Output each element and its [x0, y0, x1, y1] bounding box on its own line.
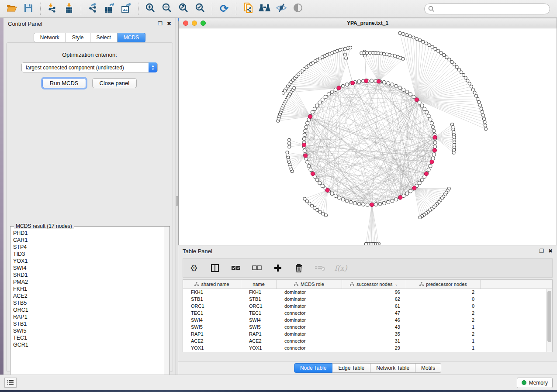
graph-node[interactable]	[318, 101, 322, 104]
graph-node[interactable]	[304, 125, 308, 129]
graph-leaf-node[interactable]	[484, 124, 487, 127]
graph-node[interactable]	[374, 203, 377, 206]
graph-hub-node[interactable]	[412, 186, 416, 190]
splitter-handle[interactable]	[176, 196, 178, 206]
network-graph[interactable]	[179, 28, 557, 245]
graph-leaf-node[interactable]	[405, 34, 408, 37]
refresh-button[interactable]: ⟳	[217, 2, 232, 16]
save-button[interactable]	[21, 2, 36, 16]
graph-node[interactable]	[315, 178, 319, 182]
graph-hub-node[interactable]	[302, 143, 306, 147]
graph-node[interactable]	[398, 86, 401, 89]
graph-node[interactable]	[391, 199, 394, 203]
mcds-result-item[interactable]: TID3	[13, 251, 164, 258]
graph-leaf-node[interactable]	[322, 212, 325, 215]
graph-node[interactable]	[357, 202, 361, 206]
graph-node[interactable]	[378, 202, 382, 206]
graph-hub-node[interactable]	[325, 188, 329, 192]
graph-leaf-node[interactable]	[286, 151, 289, 154]
graph-leaf-node[interactable]	[473, 91, 476, 94]
graph-leaf-node[interactable]	[349, 46, 352, 49]
columns-icon[interactable]	[209, 262, 221, 274]
graph-hub-node[interactable]	[398, 196, 402, 199]
graph-leaf-node[interactable]	[419, 216, 422, 219]
graph-leaf-node[interactable]	[380, 52, 383, 55]
graph-leaf-node[interactable]	[419, 39, 422, 42]
graph-node[interactable]	[425, 110, 429, 114]
memory-button[interactable]: Memory	[517, 378, 553, 388]
graph-leaf-node[interactable]	[364, 242, 367, 245]
graph-leaf-node[interactable]	[460, 71, 463, 74]
table-row[interactable]: ORC1ORC1dominator610	[183, 303, 546, 310]
table-row[interactable]: ACE2ACE2connector311	[183, 338, 546, 345]
graph-node[interactable]	[349, 200, 353, 204]
graph-node[interactable]	[304, 129, 307, 133]
graph-leaf-node[interactable]	[470, 85, 473, 88]
mcds-result-item[interactable]: YOX1	[13, 258, 164, 265]
graph-node[interactable]	[427, 168, 430, 172]
graph-hub-node[interactable]	[351, 81, 355, 85]
graph-node[interactable]	[311, 110, 314, 114]
mcds-result-item[interactable]: ACE2	[13, 292, 164, 299]
graph-node[interactable]	[370, 79, 374, 83]
mcds-result-scrollbar[interactable]	[164, 227, 170, 387]
graph-node[interactable]	[394, 198, 398, 201]
graph-node[interactable]	[420, 178, 424, 182]
graph-node[interactable]	[387, 200, 390, 204]
hide-labels-button[interactable]	[274, 2, 289, 16]
import-table-button[interactable]	[62, 2, 76, 16]
graph-leaf-node[interactable]	[484, 127, 488, 131]
import-network-button[interactable]	[45, 2, 60, 16]
graph-node[interactable]	[394, 84, 398, 88]
tab-node-table[interactable]: Node Table	[294, 363, 333, 373]
binoculars-button[interactable]	[257, 2, 272, 16]
graph-hub-node[interactable]	[304, 154, 308, 158]
mcds-result-item[interactable]: SRD1	[13, 272, 164, 279]
graph-node[interactable]	[405, 192, 409, 195]
graph-leaf-node[interactable]	[288, 138, 291, 141]
graph-node[interactable]	[321, 98, 324, 101]
graph-leaf-node[interactable]	[455, 65, 458, 69]
column-header-name[interactable]: name	[241, 280, 277, 289]
tab-mcds[interactable]: MCDS	[118, 33, 145, 42]
graph-hub-node[interactable]	[432, 148, 436, 152]
graph-leaf-node[interactable]	[466, 79, 469, 82]
graph-leaf-node[interactable]	[305, 199, 308, 203]
graph-leaf-node[interactable]	[385, 53, 388, 56]
graph-leaf-node[interactable]	[316, 208, 319, 211]
open-folder-button[interactable]	[4, 2, 19, 16]
graph-leaf-node[interactable]	[308, 202, 311, 205]
graph-node[interactable]	[353, 201, 357, 205]
mcds-result-item[interactable]: FKH1	[13, 285, 164, 292]
graph-node[interactable]	[420, 104, 424, 107]
clone-network-button[interactable]	[241, 2, 256, 16]
graph-node[interactable]	[309, 168, 312, 172]
graph-leaf-node[interactable]	[431, 45, 434, 48]
graph-node[interactable]	[330, 90, 334, 94]
graph-node[interactable]	[306, 161, 309, 164]
graph-node[interactable]	[366, 203, 369, 206]
graph-leaf-node[interactable]	[437, 49, 440, 52]
column-header-predecessor-nodes[interactable]: predecessor nodes	[406, 280, 481, 289]
tab-style[interactable]: Style	[66, 33, 90, 42]
column-header-shared-name[interactable]: shared name	[183, 280, 241, 289]
float-panel-icon[interactable]: ❐	[158, 21, 163, 27]
graph-hub-node[interactable]	[377, 79, 381, 83]
graph-hub-node[interactable]	[415, 98, 419, 102]
mcds-result-item[interactable]: SWI4	[13, 265, 164, 272]
zoom-out-button[interactable]	[159, 2, 174, 16]
graph-leaf-node[interactable]	[345, 57, 348, 60]
zoom-in-button[interactable]	[143, 2, 158, 16]
graph-node[interactable]	[362, 203, 365, 206]
graph-leaf-node[interactable]	[402, 33, 405, 36]
graph-leaf-node[interactable]	[288, 145, 291, 148]
graph-leaf-node[interactable]	[311, 204, 314, 207]
graph-node[interactable]	[418, 181, 421, 185]
graph-leaf-node[interactable]	[474, 94, 477, 97]
graph-leaf-node[interactable]	[457, 68, 460, 71]
table-row[interactable]: SWI5SWI5connector431	[183, 324, 546, 331]
task-history-button[interactable]	[4, 378, 17, 388]
add-column-icon[interactable]	[272, 262, 284, 274]
graph-node[interactable]	[338, 196, 341, 199]
graph-hub-node[interactable]	[337, 86, 341, 90]
